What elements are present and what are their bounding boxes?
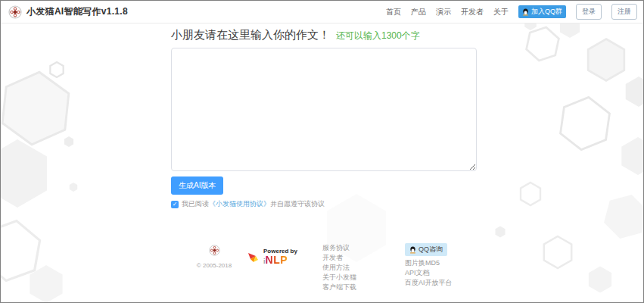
agreement-checkbox[interactable]: ✓ (171, 201, 179, 208)
agreement-prefix: 我已阅读 (182, 200, 209, 208)
essay-textarea[interactable] (171, 48, 477, 171)
footer-link-about-xiaofamao[interactable]: 关于小发猫 (322, 273, 356, 283)
agreement-link[interactable]: 《小发猫使用协议》 (209, 200, 270, 208)
login-button[interactable]: 登录 (576, 4, 602, 20)
app-title: 小发猫AI智能写作v1.1.8 (26, 5, 128, 18)
powered-by-inlp-logo[interactable]: Powered by iNLP (247, 248, 297, 267)
nav-item-developers[interactable]: 开发者 (461, 7, 484, 17)
footer-logo-icon (209, 245, 220, 256)
footer-link-service-agreement[interactable]: 服务协议 (322, 243, 356, 253)
check-icon: ✓ (173, 201, 178, 208)
qq-penguin-icon-footer (409, 246, 416, 254)
footer-link-baidu-ai-platform[interactable]: 百度AI开放平台 (405, 278, 453, 288)
header-bar: 小发猫AI智能写作v1.1.8 首页 产品 演示 开发者 关于 加入QQ群 登录… (1, 1, 643, 23)
nav-item-home[interactable]: 首页 (386, 7, 401, 17)
footer-link-list: 服务协议 开发者 使用方法 关于小发猫 客户端下载 (322, 243, 356, 292)
footer-link-developers[interactable]: 开发者 (322, 253, 356, 263)
agreement-row: ✓ 我已阅读《小发猫使用协议》并自愿遵守该协议 (171, 199, 477, 209)
generate-ai-button[interactable]: 生成AI版本 (171, 176, 223, 195)
page-title: 小朋友请在这里输入你的作文！ (171, 28, 330, 42)
join-qq-group-badge[interactable]: 加入QQ群 (518, 5, 566, 18)
agreement-suffix: 并自愿遵守该协议 (270, 200, 325, 208)
register-button[interactable]: 注册 (611, 4, 637, 20)
footer-link-api-docs[interactable]: API文档 (405, 268, 430, 278)
page: 小发猫AI智能写作v1.1.8 首页 产品 演示 开发者 关于 加入QQ群 登录… (0, 0, 644, 303)
inlp-origami-icon (247, 250, 262, 265)
footer-link-client-download[interactable]: 客户端下载 (322, 283, 356, 292)
nav-item-products[interactable]: 产品 (411, 7, 426, 17)
app-logo-icon (8, 5, 22, 19)
inlp-nlp: NLP (266, 254, 288, 266)
main-content: 小朋友请在这里输入你的作文！ 还可以输入1300个字 生成AI版本 ✓ 我已阅读… (171, 28, 477, 209)
footer-link-usage[interactable]: 使用方法 (322, 263, 356, 273)
footer-right-links: QQ咨询 图片换MD5 API文档 百度AI开放平台 (405, 243, 453, 288)
inlp-wordmark: iNLP (263, 255, 297, 267)
main-nav: 首页 产品 演示 开发者 关于 加入QQ群 登录 注册 (386, 4, 637, 20)
qq-badge-label: 加入QQ群 (531, 7, 562, 17)
qq-penguin-icon (522, 8, 529, 16)
footer-link-image-md5[interactable]: 图片换MD5 (405, 258, 440, 268)
heading-row: 小朋友请在这里输入你的作文！ 还可以输入1300个字 (171, 28, 477, 42)
copyright-text: © 2005-2018 (188, 262, 241, 269)
footer-brand: © 2005-2018 (188, 245, 241, 269)
inlp-logo-text: Powered by iNLP (263, 248, 297, 267)
agreement-text: 我已阅读《小发猫使用协议》并自愿遵守该协议 (182, 199, 325, 209)
qq-consult-badge[interactable]: QQ咨询 (405, 243, 447, 256)
remaining-count-hint: 还可以输入1300个字 (336, 30, 420, 42)
brand[interactable]: 小发猫AI智能写作v1.1.8 (8, 5, 128, 19)
qq-consult-label: QQ咨询 (418, 245, 443, 255)
nav-item-demo[interactable]: 演示 (436, 7, 451, 17)
nav-item-about[interactable]: 关于 (493, 7, 509, 17)
